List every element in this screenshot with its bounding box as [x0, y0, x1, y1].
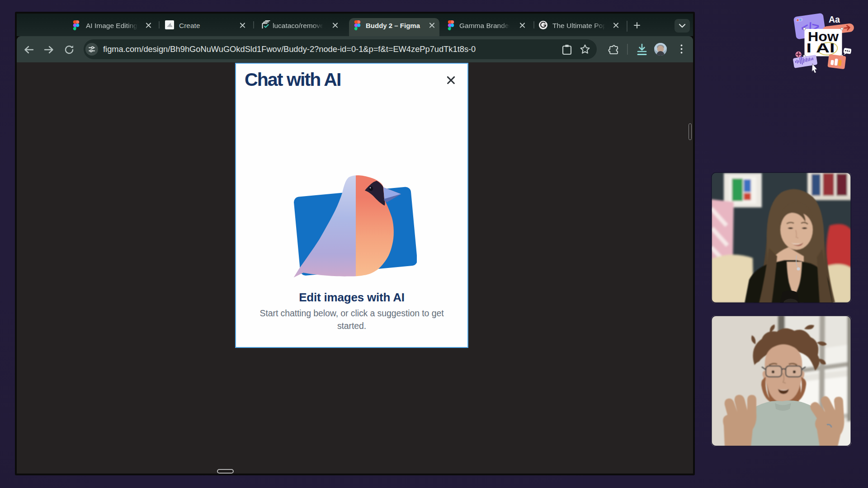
svg-text:I AI: I AI	[807, 40, 835, 55]
svg-text:Aa: Aa	[829, 14, 840, 24]
